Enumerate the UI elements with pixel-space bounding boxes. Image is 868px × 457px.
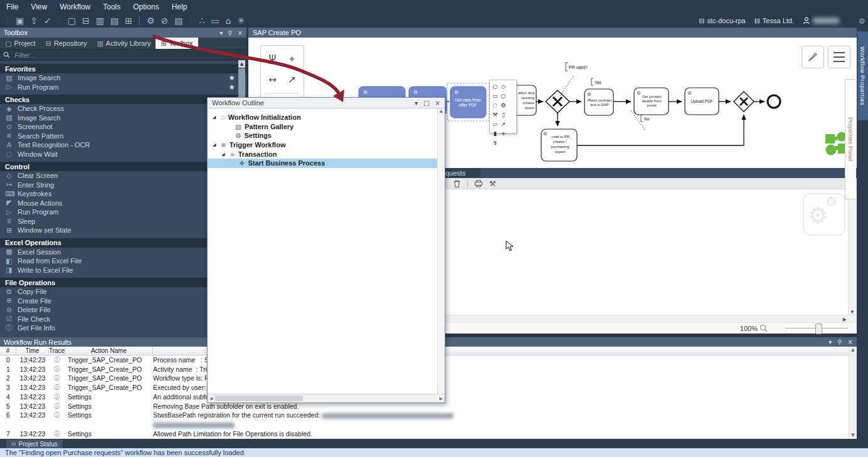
favorite-star-icon[interactable]: ★	[228, 83, 235, 92]
tree-item-settings[interactable]: ⚙ Settings	[208, 131, 445, 140]
tree-item-workflow-initialization[interactable]: ◢ ∴ Workflow Initialization	[208, 113, 445, 122]
toolbar-grip[interactable]: ⋮	[188, 18, 194, 24]
connections-icon[interactable]: ∴	[199, 14, 204, 28]
canvas-menu-button[interactable]	[828, 46, 850, 68]
bpmn-task-email[interactable]: ⚙ -mail to PR creator / purchasing exper…	[541, 129, 577, 161]
add-icon[interactable]: +	[499, 129, 507, 138]
chevron-down-icon[interactable]: ▾	[220, 29, 223, 36]
space-tool-icon[interactable]: ↔	[263, 69, 282, 90]
bpmn-task-upload-pdf[interactable]: ⚙ Upload PDF	[685, 88, 719, 115]
table-row[interactable]: 613:42:23ⓘSettingsStwsBasePath registrat…	[0, 411, 857, 429]
results-scrollbar[interactable]: ▲ ▼	[849, 347, 857, 438]
home-icon[interactable]: ⌂	[226, 14, 231, 28]
zoom-slider[interactable]	[785, 328, 848, 328]
document-icon[interactable]: ▤	[110, 14, 119, 28]
repository-icon[interactable]: ⊟	[82, 14, 90, 28]
close-icon[interactable]: ×	[238, 29, 243, 36]
menu-file[interactable]: File	[6, 3, 18, 11]
pin-icon[interactable]: ⚲	[837, 339, 842, 345]
append-intermediate-icon[interactable]: ◌	[491, 100, 499, 110]
append-event-icon[interactable]: ○	[499, 91, 507, 100]
tree-item-pattern-gallery[interactable]: ▧ Pattern Gallery	[208, 122, 445, 132]
link-icon[interactable]: ↗	[499, 119, 507, 129]
bpmn-end-event[interactable]	[768, 95, 780, 108]
menu-options[interactable]: Options	[133, 3, 159, 11]
properties-panel-tab[interactable]: Properties Panel	[845, 79, 856, 199]
append-gateway-icon[interactable]: ◇	[499, 81, 507, 91]
folder-icon[interactable]: ▱	[491, 119, 499, 129]
menu-view[interactable]: View	[31, 3, 47, 11]
monitor-icon[interactable]: ▭	[211, 14, 219, 28]
annotation-icon[interactable]: ▮	[491, 129, 499, 138]
scroll-down-icon[interactable]: ▼	[851, 433, 854, 438]
scroll-right-icon[interactable]: ▶	[843, 317, 847, 322]
bpmn-gateway-merge[interactable]	[734, 92, 754, 112]
window-icon[interactable]: ⊞	[125, 14, 132, 28]
scroll-down-icon[interactable]: ▼	[850, 310, 854, 315]
trash-icon[interactable]	[453, 179, 461, 188]
menu-help[interactable]: Help	[172, 3, 188, 11]
col-action[interactable]: Action Name	[65, 347, 153, 355]
new-workflow-icon[interactable]: ✳	[237, 14, 245, 28]
col-time[interactable]: Time	[16, 347, 49, 355]
tab-repository[interactable]: ⊟ Repository	[41, 38, 92, 49]
tree-item-transaction[interactable]: ◢ ∞ Transaction	[208, 149, 445, 159]
col-trace[interactable]: Trace	[49, 347, 65, 355]
bpmn-task-place-contract[interactable]: ⚙ Place contract text in SAP	[585, 89, 613, 115]
bpmn-task-get-contact[interactable]: ⚙ Get contact details from portal	[634, 88, 669, 115]
outline-hscrollbar[interactable]: ◀ ▶	[208, 394, 445, 402]
company-badge[interactable]: ⊟ Tessa Ltd.	[754, 17, 794, 25]
requests-vscrollbar[interactable]: ▲ ▼	[848, 189, 856, 315]
toolbar-grip[interactable]: ⋮	[56, 18, 63, 24]
bpmn-gateway-pr-valid[interactable]	[546, 90, 569, 113]
gear-icon[interactable]: ⚙	[859, 17, 865, 26]
append-end-event-icon[interactable]: ○	[491, 81, 499, 91]
expand-triangle-icon[interactable]: ◢	[213, 142, 218, 147]
tab-project[interactable]: ▢ Project	[0, 38, 41, 49]
scroll-left-icon[interactable]: ◀	[209, 396, 213, 401]
toolbox-item[interactable]: ▷Run Program★	[0, 83, 246, 92]
change-type-wrench-icon[interactable]: ⚒	[491, 110, 499, 119]
repository-badge[interactable]: ⊟ stc-docu-rpa	[699, 17, 745, 25]
close-icon[interactable]: ×	[848, 339, 853, 345]
tab-activity-library[interactable]: ▥ Activity Library	[92, 38, 156, 49]
tree-item-trigger-workflow[interactable]: ◢ ≡ Trigger Workflow	[208, 140, 445, 150]
publish-icon[interactable]: ⇪	[30, 14, 38, 28]
close-icon[interactable]: ×	[435, 100, 440, 107]
scroll-up-icon[interactable]: ▲	[851, 347, 854, 352]
tab-toolbox[interactable]: ⊞ Toolbox	[156, 38, 198, 49]
scroll-up-icon[interactable]: ▲	[238, 60, 245, 68]
filter-input[interactable]	[13, 51, 243, 60]
outline-titlebar[interactable]: Workflow Outline ▾ □ ×	[208, 98, 445, 108]
save-icon[interactable]: ▣	[16, 14, 24, 28]
printer-icon[interactable]	[474, 179, 483, 187]
append-task-icon[interactable]: ▭	[491, 91, 499, 100]
workflow-properties-tab[interactable]: Workflow Properties	[857, 31, 868, 120]
favorite-star-icon[interactable]: ★	[228, 73, 235, 82]
maximize-icon[interactable]: □	[423, 100, 429, 107]
scroll-right-icon[interactable]: ▶	[440, 396, 443, 401]
chevron-down-icon[interactable]: ▾	[828, 339, 832, 345]
col-num[interactable]: #	[0, 347, 16, 355]
wrench-icon[interactable]: ⚒	[489, 179, 496, 188]
settings-gear-icon[interactable]: ⚙	[147, 14, 155, 28]
toolbar-grip[interactable]: ⋮	[4, 18, 11, 24]
lasso-tool-icon[interactable]: ⌖	[282, 48, 302, 69]
expand-triangle-icon[interactable]: ◢	[213, 115, 218, 120]
bpmn-task-get-data[interactable]: ⚙ Get data from offer PDF	[447, 83, 489, 121]
new-document-icon[interactable]: ▢	[68, 14, 76, 28]
activity-library-icon[interactable]: ▥	[96, 14, 104, 28]
report-icon[interactable]: ▤	[174, 14, 183, 28]
chevron-down-icon[interactable]: ▾	[415, 100, 418, 107]
hand-tool-icon[interactable]: Ψ	[263, 48, 282, 69]
delete-trash-icon[interactable]: ▯	[499, 110, 507, 119]
table-row[interactable]: 713:42:23ⓘSettingsAllowed Path Limitatio…	[0, 429, 857, 439]
outline-vscrollbar[interactable]: ▲	[437, 108, 445, 394]
tree-item-start-business-process[interactable]: ❖ Start Business Process	[208, 159, 445, 168]
expand-triangle-icon[interactable]: ◢	[221, 152, 226, 157]
attachment-icon[interactable]: ⊘	[161, 14, 168, 28]
zoom-slider-thumb[interactable]	[815, 323, 822, 334]
menu-workflow[interactable]: Workflow	[60, 3, 90, 11]
toolbox-item[interactable]: ▧Image Search★	[0, 73, 246, 83]
menu-tools[interactable]: Tools	[103, 3, 120, 11]
